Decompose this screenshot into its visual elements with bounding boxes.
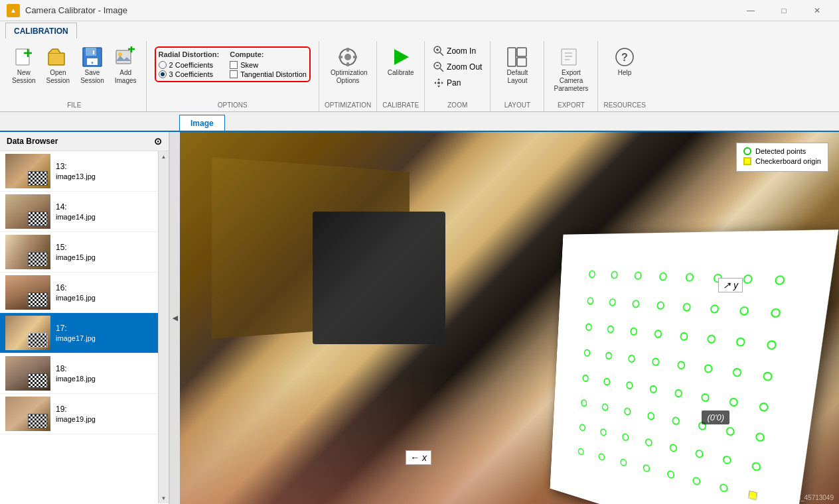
options-group-label: OPTIONS — [155, 100, 311, 111]
sidebar-item-13[interactable]: 13: image13.jpg — [0, 151, 158, 192]
svg-point-83 — [756, 432, 765, 441]
sidebar-item-14[interactable]: 14: image14.jpg — [0, 192, 158, 232]
add-images-label: AddImages — [115, 69, 137, 85]
svg-point-74 — [729, 398, 737, 407]
resources-group-items: ? Help — [610, 41, 639, 100]
coeff2-radio[interactable]: 2 Coefficients — [159, 61, 220, 69]
default-layout-button[interactable]: Default Layout — [496, 44, 538, 88]
sidebar-item-15[interactable]: 15: image15.jpg — [0, 232, 158, 273]
optimization-options-button[interactable]: OptimizationOptions — [327, 44, 369, 88]
svg-point-69 — [604, 378, 610, 385]
sidebar-item-17[interactable]: 17: image17.jpg — [0, 313, 158, 353]
default-layout-label: Default Layout — [500, 69, 534, 85]
calibrate-group-items: Calibrate — [384, 41, 418, 100]
sidebar-item-18-num: 18: — [56, 364, 96, 373]
svg-point-92 — [578, 448, 583, 456]
add-images-button[interactable]: AddImages — [111, 44, 141, 88]
export-parameters-button[interactable]: Export Camera Parameters — [550, 44, 592, 95]
optimization-icon — [337, 46, 358, 68]
coeff2-label: 2 Coefficients — [169, 61, 213, 69]
ribbon-tabs: CALIBRATION — [0, 21, 839, 38]
calibrate-label: Calibrate — [388, 69, 414, 77]
pan-button[interactable]: Pan — [430, 76, 463, 90]
svg-point-13 — [344, 54, 351, 60]
ribbon-group-export: Export Camera Parameters EXPORT — [544, 41, 598, 111]
svg-point-67 — [763, 372, 772, 381]
svg-point-26 — [437, 82, 440, 84]
zoom-out-button[interactable]: Zoom Out — [430, 60, 485, 74]
svg-point-89 — [696, 450, 703, 458]
open-session-button[interactable]: OpenSession — [42, 44, 74, 88]
sidebar-item-17-num: 17: — [56, 324, 96, 333]
help-button[interactable]: ? Help — [610, 44, 639, 80]
coeff3-radio[interactable]: 3 Coefficients — [159, 70, 220, 78]
export-parameters-label: Export Camera Parameters — [554, 69, 588, 93]
radial-distortion-title: Radial Distortion: — [159, 50, 220, 58]
maximize-button[interactable]: □ — [769, 0, 799, 21]
skew-checkbox-box — [230, 61, 238, 69]
svg-point-59 — [767, 341, 777, 349]
sidebar-item-16-name: image16.jpg — [56, 294, 96, 302]
tab-calibration[interactable]: CALIBRATION — [5, 23, 77, 38]
svg-point-53 — [607, 326, 613, 333]
tab-image[interactable]: Image — [179, 115, 225, 131]
legend: Detected points Checkerboard origin — [736, 143, 828, 172]
thumbnail-15 — [5, 235, 50, 269]
svg-point-61 — [606, 352, 612, 359]
sidebar-scroll[interactable]: 13: image13.jpg 14: image14.jpg — [0, 151, 158, 503]
sidebar-item-14-info: 14: image14.jpg — [56, 202, 96, 221]
thumbnail-18 — [5, 356, 50, 391]
scroll-down-button[interactable]: ▼ — [159, 493, 169, 503]
new-session-button[interactable]: NewSession — [8, 44, 40, 88]
sidebar-item-16[interactable]: 16: image16.jpg — [0, 273, 158, 313]
close-button[interactable]: ✕ — [802, 0, 832, 21]
svg-point-80 — [672, 417, 680, 425]
svg-point-54 — [631, 328, 637, 335]
coeff3-radio-circle — [159, 70, 167, 78]
calibrate-button[interactable]: Calibrate — [384, 44, 418, 80]
matlab-logo: ▲ — [7, 4, 20, 17]
sidebar-item-16-num: 16: — [56, 283, 96, 292]
titlebar-controls[interactable]: — □ ✕ — [735, 0, 832, 21]
sidebar-item-18[interactable]: 18: image18.jpg — [0, 353, 158, 394]
export-icon — [560, 46, 581, 68]
zoom-in-button[interactable]: Zoom In — [430, 44, 479, 58]
checkerboard-image — [550, 229, 839, 504]
sidebar-item-19[interactable]: 19: image19.jpg — [0, 394, 158, 434]
sidebar-item-13-num: 13: — [56, 162, 96, 171]
ribbon: CALIBRATION NewSession — [0, 21, 839, 112]
zoom-out-label: Zoom Out — [447, 62, 482, 72]
svg-point-49 — [711, 305, 719, 313]
data-browser-collapse-icon[interactable]: ⊙ — [154, 136, 162, 147]
skew-checkbox[interactable]: Skew — [230, 61, 307, 69]
pan-label: Pan — [447, 78, 461, 88]
detection-points-overlay — [560, 247, 819, 504]
coeff3-label: 3 Coefficients — [169, 70, 213, 78]
save-session-icon: ▼ — [82, 46, 103, 68]
sidebar-scrollbar[interactable]: ▲ ▼ — [158, 151, 169, 503]
svg-point-36 — [589, 271, 595, 277]
minimize-button[interactable]: — — [735, 0, 766, 21]
svg-point-88 — [670, 444, 676, 452]
svg-point-45 — [609, 299, 615, 306]
default-layout-icon — [506, 46, 528, 68]
tangential-checkbox[interactable]: Tangential Distortion — [230, 70, 307, 78]
ribbon-group-resources: ? Help RESOURCES — [598, 41, 650, 111]
scroll-up-button[interactable]: ▲ — [159, 151, 169, 162]
legend-dot-green — [743, 147, 751, 155]
svg-point-93 — [599, 453, 605, 460]
data-browser: Data Browser ⊙ 13: image13.jpg — [0, 132, 169, 504]
data-browser-title: Data Browser — [7, 137, 58, 146]
svg-rect-8 — [116, 50, 131, 64]
file-group-label: FILE — [8, 100, 141, 111]
sidebar-item-13-name: image13.jpg — [56, 172, 96, 180]
save-session-button[interactable]: ▼ SaveSession — [76, 44, 108, 88]
svg-point-50 — [740, 307, 749, 316]
svg-point-46 — [633, 300, 639, 308]
sidebar-item-15-info: 15: image15.jpg — [56, 243, 96, 261]
svg-point-47 — [657, 302, 664, 309]
sidebar-collapse-strip[interactable]: ◀ — [169, 132, 180, 504]
svg-point-52 — [586, 324, 592, 331]
optimization-group-items: OptimizationOptions — [327, 41, 369, 100]
svg-point-63 — [652, 358, 659, 366]
